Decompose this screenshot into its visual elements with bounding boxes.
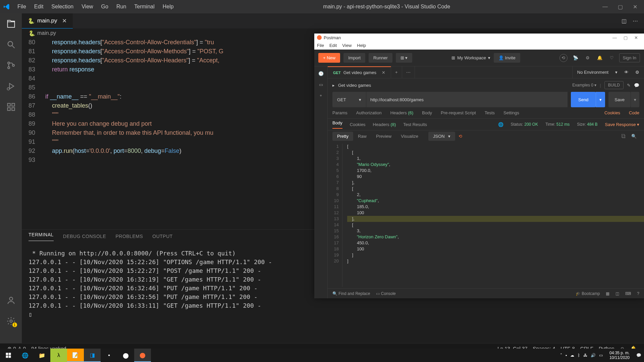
tab-headers[interactable]: Headers (6) [390,110,414,115]
tab-tests[interactable]: Tests [485,110,495,115]
sync-icon[interactable]: ⟲ [559,54,568,62]
source-control-icon[interactable] [6,60,16,71]
window-button[interactable]: ⊞ ▾ [396,53,413,63]
pm-menu-help[interactable]: Help [357,43,366,48]
menu-edit[interactable]: Edit [30,4,48,10]
resp-tab-cookies[interactable]: Cookies [350,122,366,127]
tab-main-py[interactable]: 🐍 main.py ✕ [22,13,73,28]
tray-up-icon[interactable]: ˄ [560,353,562,358]
extensions-icon[interactable] [6,102,16,112]
split-editor-icon[interactable]: ◫ [622,18,627,24]
code-link[interactable]: Code [629,110,639,115]
tab-prerequest[interactable]: Pre-request Script [441,110,476,115]
panel-tab-problems[interactable]: PROBLEMS [115,234,143,239]
network-icon[interactable]: 🖧 [583,353,587,358]
view-visualize[interactable]: Visualize [396,132,423,141]
edit-icon[interactable]: ✎ [627,83,631,88]
two-pane-icon[interactable]: ◫ [615,291,619,296]
close-icon[interactable]: ✕ [633,4,637,10]
tab-params[interactable]: Params [332,110,347,115]
chrome-icon[interactable]: 🌐 [17,349,34,362]
save-response-button[interactable]: Save Response ▾ [605,122,639,127]
send-button[interactable]: Send [571,92,596,107]
menu-file[interactable]: File [13,4,30,10]
bootcamp-button[interactable]: 🎓 Bootcamp [576,291,600,296]
menu-view[interactable]: View [77,4,97,10]
capture-icon[interactable]: 📡 [571,55,580,60]
keyboard-icon[interactable]: ⌨ [625,291,631,296]
console-button[interactable]: ▭ Console [376,291,395,296]
start-button[interactable] [0,349,17,362]
terminal-taskbar-icon[interactable]: ▪ [101,349,117,362]
workspace-selector[interactable]: ⊞ My Workspace ▾ [451,55,490,60]
signin-button[interactable]: Sign In [619,53,640,62]
build-button[interactable]: BUILD [604,81,624,89]
notification-center-icon[interactable]: 💬 [636,353,641,358]
cookies-link[interactable]: Cookies [604,110,620,115]
tab-close-icon[interactable]: ✕ [62,17,67,24]
clock[interactable]: 04:35 p. m. 10/11/2020 [606,351,633,360]
menu-go[interactable]: Go [97,4,112,10]
maximize-icon[interactable]: ▢ [618,4,623,10]
comments-icon[interactable]: 💬 [634,83,639,88]
copy-icon[interactable]: ⿻ [619,134,629,139]
collections-icon[interactable]: ▭ [319,82,323,87]
heart-icon[interactable]: ♡ [608,55,616,60]
wrap-icon[interactable]: ⟲ [459,134,462,139]
json-content[interactable]: [ [ 1, "Mario Odyssey", 1700.0, 90 ], [ … [342,143,644,287]
search-icon[interactable] [6,39,16,50]
resp-tab-tests[interactable]: Test Results [403,122,427,127]
tab-authorization[interactable]: Authorization [356,110,382,115]
menu-selection[interactable]: Selection [47,4,77,10]
find-replace-button[interactable]: 🔍 Find and Replace [332,291,370,296]
onedrive-icon[interactable]: ☁ [570,353,574,358]
save-button[interactable]: Save [608,92,631,107]
network-icon[interactable]: 🌐 [498,122,503,127]
apis-icon[interactable]: ⚬ [319,93,323,98]
menu-help[interactable]: Help [159,4,178,10]
tab-settings[interactable]: Settings [503,110,519,115]
environment-selector[interactable]: No Environment▾ 👁 ⚙ [572,66,644,78]
volume-icon[interactable]: 🔊 [591,353,596,358]
minimize-icon[interactable]: — [602,4,608,10]
view-preview[interactable]: Preview [371,132,396,141]
save-dropdown[interactable]: ▾ [631,92,639,107]
more-actions-icon[interactable]: ⋯ [633,18,638,24]
view-raw[interactable]: Raw [353,132,371,141]
panel-tab-output[interactable]: OUTPUT [152,234,173,239]
minimize-icon[interactable]: — [609,35,620,40]
language-icon[interactable]: ▭ [599,353,603,358]
response-body[interactable]: 1234567891011121314151617181920 [ [ 1, "… [328,142,644,288]
debug-icon[interactable] [6,81,16,92]
close-icon[interactable]: ✕ [631,35,641,40]
nvidia-icon[interactable]: ▪ [566,353,567,358]
tab-body[interactable]: Body [422,110,432,115]
pm-menu-view[interactable]: View [342,43,352,48]
vscode-taskbar-icon[interactable]: ◨ [84,349,101,362]
tab-close-icon[interactable]: ✕ [382,70,385,75]
menu-run[interactable]: Run [112,4,130,10]
tab-options-button[interactable]: ⋯ [402,66,415,78]
method-selector[interactable]: GET▾ [332,92,366,107]
explorer-icon[interactable] [6,18,16,29]
format-selector[interactable]: JSON ▾ [428,132,455,141]
resp-tab-body[interactable]: Body [332,120,342,129]
notifications-icon[interactable]: 🔔 [595,55,604,60]
view-pretty[interactable]: Pretty [332,132,353,141]
settings-gear-icon[interactable]: 1 [6,316,16,326]
system-tray[interactable]: ˄ ▪ ☁ ᛒ 🖧 🔊 ▭ 04:35 p. m. 10/11/2020 💬 [560,351,644,360]
cmder-icon[interactable]: λ [50,349,67,362]
request-tab[interactable]: GET Get video games ✕ [328,66,391,78]
menu-terminal[interactable]: Terminal [130,4,158,10]
invite-button[interactable]: 👤 Invite [494,53,520,63]
file-explorer-icon[interactable]: 📁 [34,349,50,362]
history-icon[interactable]: 🕓 [318,71,324,76]
resp-tab-headers[interactable]: Headers (8) [373,122,396,127]
search-response-icon[interactable]: 🔍 [629,134,639,139]
examples-dropdown[interactable]: Examples 0 ▾ [572,83,596,87]
settings-icon[interactable]: ⚙ [584,55,592,60]
panel-tab-debug[interactable]: DEBUG CONSOLE [63,234,106,239]
pm-menu-file[interactable]: File [317,43,324,48]
quick-look-icon[interactable]: 👁 [624,70,629,75]
maximize-icon[interactable]: ▢ [620,35,631,40]
